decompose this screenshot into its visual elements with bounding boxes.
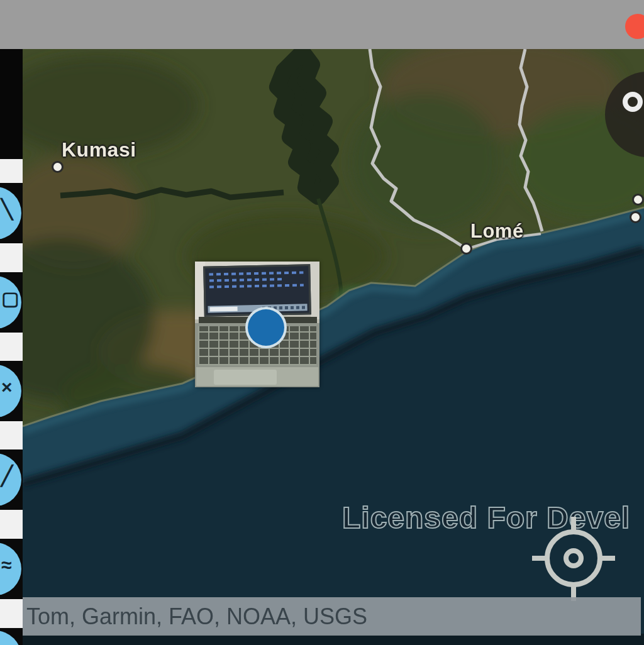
photo-background — [311, 262, 319, 319]
attribution-text: Tom, Garmin, FAO, NOAA, USGS — [23, 604, 367, 630]
sidebar-item-4[interactable]: ╱ — [0, 449, 23, 510]
gauge-icon-glyph: ╲ — [1, 199, 21, 219]
left-icon-strip: ╲ ▢ × ╱ ≈ — [0, 49, 23, 645]
location-marker-icon[interactable] — [245, 307, 287, 348]
wave-icon-glyph: ≈ — [1, 555, 21, 575]
laptop-touchpad — [214, 370, 277, 385]
star-icon-glyph: × — [1, 377, 21, 397]
search-icon — [623, 92, 643, 112]
record-indicator-icon — [625, 14, 644, 39]
locate-button[interactable] — [531, 515, 616, 601]
sidebar-divider — [0, 243, 23, 272]
camera-snapshot-marker[interactable] — [195, 262, 319, 387]
sidebar-item-5[interactable]: ≈ — [0, 539, 23, 599]
partial-icon — [0, 631, 21, 645]
city-label-lome: Lomé — [470, 220, 524, 243]
city-marker-lome — [460, 243, 472, 255]
city-label-kumasi: Kumasi — [62, 138, 136, 162]
sidebar-item-1[interactable]: ╲ — [0, 183, 23, 243]
sidebar-divider — [0, 159, 23, 183]
sidebar-item-2[interactable]: ▢ — [0, 272, 23, 333]
sidebar-divider — [0, 421, 23, 449]
city-marker-kumasi — [52, 161, 64, 173]
slash-icon-glyph: ╱ — [1, 466, 21, 486]
sidebar-divider — [0, 510, 23, 539]
sidebar-item-6[interactable] — [0, 628, 23, 645]
map-canvas[interactable]: Kumasi Lomé Licensed For Devel — [23, 49, 644, 645]
sidebar-item-3[interactable]: × — [0, 361, 23, 421]
sidebar-divider — [0, 599, 23, 628]
top-bar — [0, 0, 644, 49]
attribution-bar: Tom, Garmin, FAO, NOAA, USGS — [23, 597, 641, 636]
city-marker-east-1 — [632, 194, 644, 206]
city-marker-east-2 — [630, 211, 641, 223]
pin-icon-glyph: ▢ — [1, 289, 21, 309]
sidebar-divider — [0, 333, 23, 361]
